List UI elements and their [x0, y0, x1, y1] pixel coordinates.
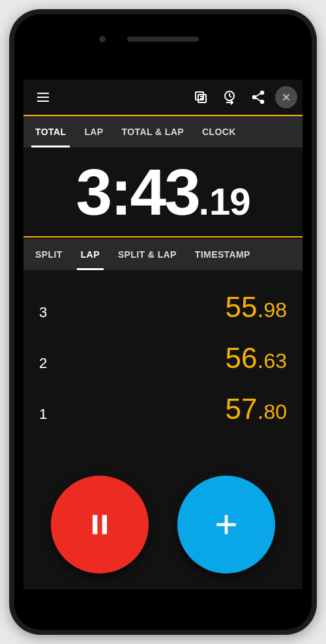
copy-icon [193, 89, 209, 105]
svg-line-15 [256, 98, 261, 101]
share-button[interactable] [244, 83, 273, 112]
main-time-fraction: 19 [209, 179, 250, 223]
clock-arrow-icon [222, 89, 237, 105]
lap-list: 3 55.98 2 56.63 1 57.80 [23, 270, 303, 435]
list-mode-tabs: SPLIT LAP SPLIT & LAP TIMESTAMP [23, 239, 303, 270]
svg-line-14 [256, 93, 261, 97]
lap-fraction: 98 [263, 298, 287, 322]
svg-point-11 [261, 91, 263, 94]
lap-fraction: 63 [263, 349, 287, 373]
svg-point-13 [261, 100, 263, 103]
lap-dot: . [257, 296, 263, 323]
tab-total[interactable]: TOTAL [26, 116, 75, 147]
plus-icon [212, 510, 241, 539]
earpiece-speaker [127, 37, 199, 42]
tab-lap[interactable]: LAP [75, 116, 112, 147]
svg-rect-18 [93, 515, 97, 534]
pause-button[interactable] [51, 476, 149, 574]
lap-row: 1 57.80 [35, 384, 291, 435]
pause-icon [85, 510, 114, 539]
lap-index: 2 [39, 355, 47, 372]
lap-dot: . [257, 397, 263, 425]
share-icon [250, 89, 266, 105]
add-lap-button[interactable] [177, 476, 275, 574]
lap-time: 55.98 [225, 291, 287, 324]
lap-seconds: 56 [225, 342, 257, 375]
lap-row: 3 55.98 [35, 282, 291, 333]
main-time-display: 3:43.19 [23, 147, 303, 238]
app-toolbar [23, 80, 303, 116]
tab-lap-list[interactable]: LAP [72, 239, 109, 270]
svg-rect-19 [102, 515, 107, 534]
lap-seconds: 55 [225, 291, 257, 324]
tab-total-and-lap[interactable]: TOTAL & LAP [113, 116, 193, 147]
lap-index: 3 [39, 304, 47, 321]
hamburger-icon [35, 89, 51, 105]
display-mode-tabs: TOTAL LAP TOTAL & LAP CLOCK [23, 116, 303, 147]
tab-clock[interactable]: CLOCK [193, 116, 245, 147]
action-buttons [23, 476, 303, 574]
lap-seconds: 57 [225, 393, 257, 425]
lap-time: 56.63 [225, 342, 287, 375]
svg-point-12 [253, 96, 256, 99]
close-icon [280, 91, 292, 103]
screen: TOTAL LAP TOTAL & LAP CLOCK 3:43.19 SPLI… [23, 65, 303, 589]
status-bar [23, 65, 303, 80]
device-frame: TOTAL LAP TOTAL & LAP CLOCK 3:43.19 SPLI… [9, 9, 317, 635]
main-time-major: 3:43 [76, 159, 199, 224]
lap-index: 1 [39, 406, 47, 423]
tab-split-and-lap[interactable]: SPLIT & LAP [109, 239, 186, 270]
close-button[interactable] [275, 86, 297, 108]
history-export-button[interactable] [215, 83, 244, 112]
device-inner: TOTAL LAP TOTAL & LAP CLOCK 3:43.19 SPLI… [14, 14, 312, 630]
lap-fraction: 80 [263, 400, 287, 424]
tab-split[interactable]: SPLIT [26, 239, 72, 270]
svg-line-9 [230, 96, 231, 97]
lap-time: 57.80 [225, 393, 287, 425]
lap-dot: . [257, 346, 263, 374]
copy-button[interactable] [186, 83, 215, 112]
menu-button[interactable] [29, 83, 57, 112]
main-time-dot: . [199, 179, 209, 223]
tab-timestamp[interactable]: TIMESTAMP [186, 239, 259, 270]
lap-row: 2 56.63 [35, 333, 291, 384]
front-camera [99, 36, 106, 42]
